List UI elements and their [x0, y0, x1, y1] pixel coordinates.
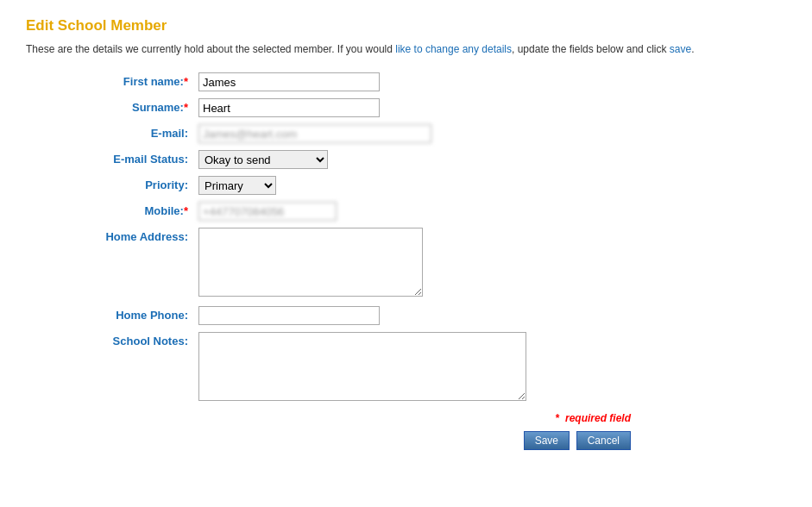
first-name-input[interactable] [198, 72, 380, 91]
cancel-button[interactable]: Cancel [576, 431, 631, 450]
required-star: * [556, 412, 560, 424]
home-address-label: Home Address: [78, 228, 198, 243]
priority-field: Primary Secondary [198, 176, 276, 195]
email-label: E-mail: [78, 124, 198, 140]
home-phone-input[interactable] [198, 306, 380, 325]
email-status-label: E-mail Status: [78, 150, 198, 166]
school-notes-textarea[interactable] [198, 332, 526, 401]
mobile-field [198, 202, 337, 221]
change-details-link[interactable]: like to change any details [395, 43, 512, 55]
home-address-textarea[interactable] [198, 228, 423, 297]
button-row: Save Cancel [26, 431, 631, 450]
mobile-label: Mobile:* [78, 202, 198, 217]
save-button[interactable]: Save [524, 431, 570, 450]
priority-select[interactable]: Primary Secondary [198, 176, 276, 195]
save-link[interactable]: save [670, 43, 691, 55]
first-name-field [198, 72, 380, 91]
mobile-row: Mobile:* [78, 202, 786, 221]
email-status-select[interactable]: Okay to send Do not send Bounced [198, 150, 328, 169]
home-address-field [198, 228, 423, 299]
school-notes-label: School Notes: [78, 332, 198, 347]
first-name-label: First name:* [78, 72, 198, 88]
first-name-row: First name:* [78, 72, 786, 91]
intro-text: These are the details we currently hold … [26, 43, 786, 55]
email-status-row: E-mail Status: Okay to send Do not send … [78, 150, 786, 169]
email-status-field: Okay to send Do not send Bounced [198, 150, 328, 169]
home-address-row: Home Address: [78, 228, 786, 299]
home-phone-label: Home Phone: [78, 306, 198, 322]
email-field [198, 124, 431, 143]
home-phone-field [198, 306, 380, 325]
surname-label: Surname:* [78, 98, 198, 114]
priority-row: Priority: Primary Secondary [78, 176, 786, 195]
surname-row: Surname:* [78, 98, 786, 117]
required-note: * required field [26, 412, 631, 424]
edit-form: First name:* Surname:* E-mail: E-mail St… [78, 72, 786, 404]
email-row: E-mail: [78, 124, 786, 143]
surname-field [198, 98, 380, 117]
page-title: Edit School Member [26, 17, 786, 34]
required-text: required field [565, 412, 631, 424]
mobile-input[interactable] [198, 202, 337, 221]
surname-input[interactable] [198, 98, 380, 117]
priority-label: Priority: [78, 176, 198, 191]
school-notes-field [198, 332, 526, 404]
home-phone-row: Home Phone: [78, 306, 786, 325]
email-input[interactable] [198, 124, 431, 143]
school-notes-row: School Notes: [78, 332, 786, 404]
